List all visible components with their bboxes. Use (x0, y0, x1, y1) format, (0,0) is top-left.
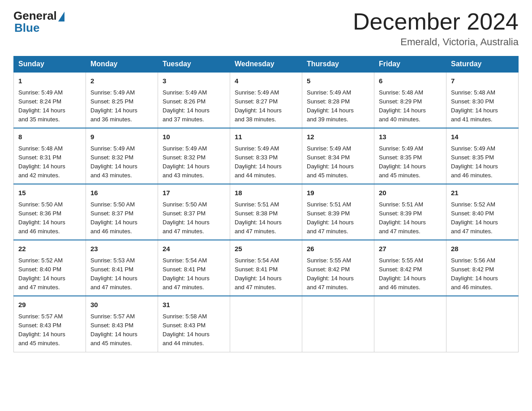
day-cell: 21Sunrise: 5:52 AMSunset: 8:40 PMDayligh… (446, 184, 519, 240)
title-block: December 2024 Emerald, Victoria, Austral… (353, 9, 519, 48)
day-info: Sunrise: 5:51 AMSunset: 8:38 PMDaylight:… (235, 200, 297, 236)
location-title: Emerald, Victoria, Australia (353, 36, 519, 48)
day-cell: 12Sunrise: 5:49 AMSunset: 8:34 PMDayligh… (302, 128, 374, 184)
day-cell: 16Sunrise: 5:50 AMSunset: 8:37 PMDayligh… (86, 184, 158, 240)
day-info: Sunrise: 5:48 AMSunset: 8:30 PMDaylight:… (451, 88, 514, 124)
logo-blue-text: Blue (14, 21, 39, 35)
day-info: Sunrise: 5:50 AMSunset: 8:37 PMDaylight:… (163, 200, 225, 236)
day-info: Sunrise: 5:52 AMSunset: 8:40 PMDaylight:… (451, 200, 514, 236)
day-cell: 11Sunrise: 5:49 AMSunset: 8:33 PMDayligh… (230, 128, 302, 184)
day-cell: 3Sunrise: 5:49 AMSunset: 8:26 PMDaylight… (158, 72, 230, 128)
day-info: Sunrise: 5:48 AMSunset: 8:29 PMDaylight:… (379, 88, 442, 124)
day-number: 18 (235, 188, 297, 198)
header-monday: Monday (86, 56, 158, 73)
day-cell: 5Sunrise: 5:49 AMSunset: 8:28 PMDaylight… (302, 72, 374, 128)
day-info: Sunrise: 5:50 AMSunset: 8:37 PMDaylight:… (90, 200, 153, 236)
day-info: Sunrise: 5:49 AMSunset: 8:32 PMDaylight:… (163, 144, 225, 180)
day-cell: 27Sunrise: 5:55 AMSunset: 8:42 PMDayligh… (374, 240, 446, 296)
day-cell: 26Sunrise: 5:55 AMSunset: 8:42 PMDayligh… (302, 240, 374, 296)
day-info: Sunrise: 5:54 AMSunset: 8:41 PMDaylight:… (163, 256, 225, 292)
day-cell: 14Sunrise: 5:49 AMSunset: 8:35 PMDayligh… (446, 128, 519, 184)
day-number: 10 (163, 132, 225, 142)
day-info: Sunrise: 5:49 AMSunset: 8:28 PMDaylight:… (307, 88, 369, 124)
day-info: Sunrise: 5:49 AMSunset: 8:26 PMDaylight:… (163, 88, 225, 124)
day-number: 29 (18, 300, 81, 310)
day-number: 5 (307, 76, 369, 86)
day-number: 26 (307, 244, 369, 254)
header-wednesday: Wednesday (230, 56, 302, 73)
day-number: 9 (90, 132, 153, 142)
day-cell: 8Sunrise: 5:48 AMSunset: 8:31 PMDaylight… (14, 128, 86, 184)
header-tuesday: Tuesday (158, 56, 230, 73)
day-cell: 20Sunrise: 5:51 AMSunset: 8:39 PMDayligh… (374, 184, 446, 240)
day-number: 21 (451, 188, 514, 198)
day-cell: 19Sunrise: 5:51 AMSunset: 8:39 PMDayligh… (302, 184, 374, 240)
week-row-3: 15Sunrise: 5:50 AMSunset: 8:36 PMDayligh… (14, 184, 519, 240)
day-cell: 9Sunrise: 5:49 AMSunset: 8:32 PMDaylight… (86, 128, 158, 184)
day-info: Sunrise: 5:58 AMSunset: 8:43 PMDaylight:… (163, 312, 225, 348)
calendar-table: SundayMondayTuesdayWednesdayThursdayFrid… (13, 56, 519, 352)
header-thursday: Thursday (302, 56, 374, 73)
header-sunday: Sunday (14, 56, 86, 73)
day-cell: 1Sunrise: 5:49 AMSunset: 8:24 PMDaylight… (14, 72, 86, 128)
day-cell: 4Sunrise: 5:49 AMSunset: 8:27 PMDaylight… (230, 72, 302, 128)
day-number: 12 (307, 132, 369, 142)
day-info: Sunrise: 5:49 AMSunset: 8:33 PMDaylight:… (235, 144, 297, 180)
calendar-header: SundayMondayTuesdayWednesdayThursdayFrid… (14, 56, 519, 73)
day-info: Sunrise: 5:57 AMSunset: 8:43 PMDaylight:… (18, 312, 81, 348)
day-info: Sunrise: 5:49 AMSunset: 8:35 PMDaylight:… (379, 144, 442, 180)
day-cell: 2Sunrise: 5:49 AMSunset: 8:25 PMDaylight… (86, 72, 158, 128)
day-cell: 25Sunrise: 5:54 AMSunset: 8:41 PMDayligh… (230, 240, 302, 296)
day-cell: 24Sunrise: 5:54 AMSunset: 8:41 PMDayligh… (158, 240, 230, 296)
day-cell: 7Sunrise: 5:48 AMSunset: 8:30 PMDaylight… (446, 72, 519, 128)
week-row-1: 1Sunrise: 5:49 AMSunset: 8:24 PMDaylight… (14, 72, 519, 128)
day-info: Sunrise: 5:49 AMSunset: 8:25 PMDaylight:… (90, 88, 153, 124)
day-cell: 29Sunrise: 5:57 AMSunset: 8:43 PMDayligh… (14, 296, 86, 352)
day-cell: 18Sunrise: 5:51 AMSunset: 8:38 PMDayligh… (230, 184, 302, 240)
logo: General Blue (13, 9, 64, 35)
calendar-body: 1Sunrise: 5:49 AMSunset: 8:24 PMDaylight… (14, 72, 519, 352)
day-number: 30 (90, 300, 153, 310)
day-cell (230, 296, 302, 352)
day-number: 2 (90, 76, 153, 86)
day-number: 13 (379, 132, 442, 142)
day-number: 14 (451, 132, 514, 142)
day-info: Sunrise: 5:52 AMSunset: 8:40 PMDaylight:… (18, 256, 81, 292)
day-number: 15 (18, 188, 81, 198)
week-row-2: 8Sunrise: 5:48 AMSunset: 8:31 PMDaylight… (14, 128, 519, 184)
day-cell: 6Sunrise: 5:48 AMSunset: 8:29 PMDaylight… (374, 72, 446, 128)
logo-triangle-icon (58, 12, 64, 21)
day-number: 28 (451, 244, 514, 254)
month-title: December 2024 (353, 9, 519, 34)
day-cell: 23Sunrise: 5:53 AMSunset: 8:41 PMDayligh… (86, 240, 158, 296)
day-number: 6 (379, 76, 442, 86)
day-number: 25 (235, 244, 297, 254)
header-saturday: Saturday (446, 56, 519, 73)
day-number: 7 (451, 76, 514, 86)
day-number: 23 (90, 244, 153, 254)
day-info: Sunrise: 5:49 AMSunset: 8:35 PMDaylight:… (451, 144, 514, 180)
day-info: Sunrise: 5:51 AMSunset: 8:39 PMDaylight:… (307, 200, 369, 236)
day-number: 3 (163, 76, 225, 86)
day-cell: 10Sunrise: 5:49 AMSunset: 8:32 PMDayligh… (158, 128, 230, 184)
day-number: 17 (163, 188, 225, 198)
day-cell: 17Sunrise: 5:50 AMSunset: 8:37 PMDayligh… (158, 184, 230, 240)
day-info: Sunrise: 5:55 AMSunset: 8:42 PMDaylight:… (307, 256, 369, 292)
day-cell (446, 296, 519, 352)
day-info: Sunrise: 5:54 AMSunset: 8:41 PMDaylight:… (235, 256, 297, 292)
header-row: SundayMondayTuesdayWednesdayThursdayFrid… (14, 56, 519, 73)
day-cell (302, 296, 374, 352)
day-info: Sunrise: 5:49 AMSunset: 8:32 PMDaylight:… (90, 144, 153, 180)
page-header: General Blue December 2024 Emerald, Vict… (13, 9, 519, 48)
day-cell: 22Sunrise: 5:52 AMSunset: 8:40 PMDayligh… (14, 240, 86, 296)
day-info: Sunrise: 5:49 AMSunset: 8:27 PMDaylight:… (235, 88, 297, 124)
day-info: Sunrise: 5:57 AMSunset: 8:43 PMDaylight:… (90, 312, 153, 348)
week-row-5: 29Sunrise: 5:57 AMSunset: 8:43 PMDayligh… (14, 296, 519, 352)
day-number: 4 (235, 76, 297, 86)
day-cell: 31Sunrise: 5:58 AMSunset: 8:43 PMDayligh… (158, 296, 230, 352)
day-info: Sunrise: 5:56 AMSunset: 8:42 PMDaylight:… (451, 256, 514, 292)
day-info: Sunrise: 5:51 AMSunset: 8:39 PMDaylight:… (379, 200, 442, 236)
day-number: 22 (18, 244, 81, 254)
day-info: Sunrise: 5:48 AMSunset: 8:31 PMDaylight:… (18, 144, 81, 180)
day-number: 19 (307, 188, 369, 198)
